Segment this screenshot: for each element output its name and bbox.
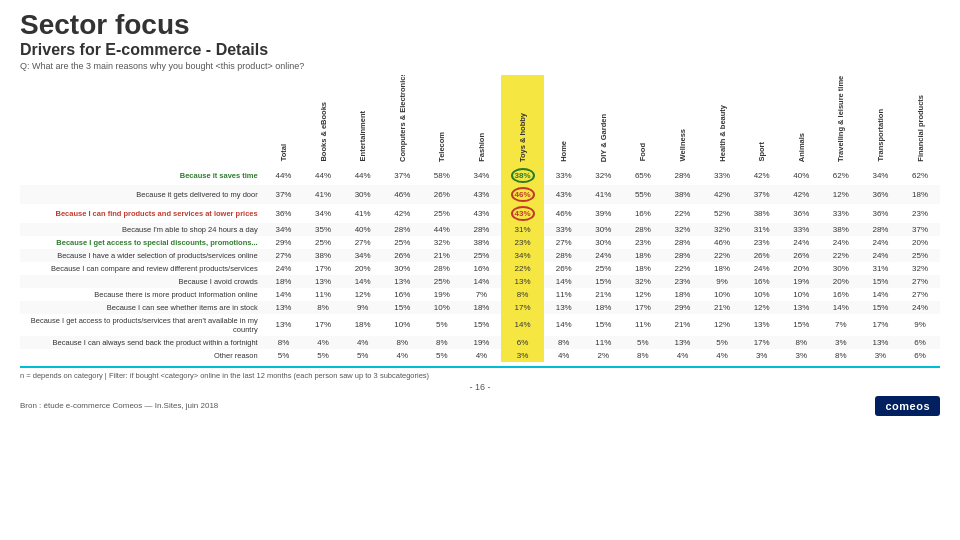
subtitle: Drivers for E-commerce - Details [20, 41, 940, 59]
cell-8-7: 11% [544, 288, 584, 301]
cell-1-14: 12% [821, 185, 861, 204]
cell-11-2: 4% [343, 336, 383, 349]
cell-3-12: 31% [742, 223, 782, 236]
cell-2-7: 46% [544, 204, 584, 223]
cell-9-7: 13% [544, 301, 584, 314]
cell-1-8: 41% [584, 185, 624, 204]
col-label-computers: Computers & Electronics [398, 77, 407, 162]
cell-8-16: 27% [900, 288, 940, 301]
cell-2-14: 33% [821, 204, 861, 223]
cell-7-10: 23% [663, 275, 703, 288]
cell-8-3: 16% [382, 288, 422, 301]
col-header-total: Total [264, 75, 304, 166]
cell-0-11: 33% [702, 166, 742, 185]
cell-2-0: 36% [264, 204, 304, 223]
cell-8-15: 14% [861, 288, 901, 301]
data-table-wrapper: TotalBooks & eBooksEntertainmentComputer… [20, 75, 940, 362]
cell-5-8: 24% [584, 249, 624, 262]
cell-8-6: 8% [501, 288, 544, 301]
table-row: Because I have a wider selection of prod… [20, 249, 940, 262]
footer-note: n = depends on category | Filter: if bou… [20, 366, 940, 380]
row-label-5: Because I have a wider selection of prod… [20, 249, 264, 262]
cell-4-7: 27% [544, 236, 584, 249]
cell-11-3: 8% [382, 336, 422, 349]
cell-7-13: 19% [781, 275, 821, 288]
cell-4-16: 20% [900, 236, 940, 249]
col-label-toys: Toys & hobby [518, 113, 527, 162]
cell-6-9: 18% [623, 262, 663, 275]
cell-8-10: 18% [663, 288, 703, 301]
cell-4-11: 46% [702, 236, 742, 249]
cell-10-13: 15% [781, 314, 821, 336]
cell-10-6: 14% [501, 314, 544, 336]
cell-1-4: 26% [422, 185, 462, 204]
table-row: Because it gets delivered to my door37%4… [20, 185, 940, 204]
cell-0-2: 44% [343, 166, 383, 185]
table-row: Because I can always send back the produ… [20, 336, 940, 349]
cell-11-11: 5% [702, 336, 742, 349]
cell-10-8: 15% [584, 314, 624, 336]
row-label-6: Because I can compare and review differe… [20, 262, 264, 275]
cell-4-4: 32% [422, 236, 462, 249]
cell-9-2: 9% [343, 301, 383, 314]
cell-7-14: 20% [821, 275, 861, 288]
cell-3-7: 33% [544, 223, 584, 236]
cell-7-9: 32% [623, 275, 663, 288]
cell-6-2: 20% [343, 262, 383, 275]
circled-red-cell-1-6: 46% [511, 187, 535, 202]
cell-7-3: 13% [382, 275, 422, 288]
cell-3-11: 32% [702, 223, 742, 236]
col-label-telecom: Telecom [437, 132, 446, 162]
col-label-financial: Financial products [916, 95, 925, 162]
table-row: Because I can see whether items are in s… [20, 301, 940, 314]
row-label-9: Because I can see whether items are in s… [20, 301, 264, 314]
cell-8-4: 19% [422, 288, 462, 301]
cell-3-1: 35% [303, 223, 343, 236]
col-label-diy: DIY & Garden [599, 114, 608, 162]
cell-11-6: 6% [501, 336, 544, 349]
row-label-7: Because I avoid crowds [20, 275, 264, 288]
col-label-entertainment: Entertainment [358, 111, 367, 161]
cell-11-12: 17% [742, 336, 782, 349]
cell-5-12: 26% [742, 249, 782, 262]
col-header-food: Food [623, 75, 663, 166]
cell-0-1: 44% [303, 166, 343, 185]
page-title: Sector focus [20, 10, 940, 41]
cell-4-8: 30% [584, 236, 624, 249]
cell-9-15: 15% [861, 301, 901, 314]
cell-1-6: 46% [501, 185, 544, 204]
row-label-1: Because it gets delivered to my door [20, 185, 264, 204]
cell-5-16: 25% [900, 249, 940, 262]
table-row: Because I get access to products/service… [20, 314, 940, 336]
cell-3-4: 44% [422, 223, 462, 236]
cell-1-12: 37% [742, 185, 782, 204]
cell-4-3: 25% [382, 236, 422, 249]
col-label-home: Home [559, 141, 568, 162]
page-number: - 16 - [20, 382, 940, 392]
cell-1-11: 42% [702, 185, 742, 204]
col-header-sport: Sport [742, 75, 782, 166]
cell-2-16: 23% [900, 204, 940, 223]
col-header-fashion: Fashion [462, 75, 502, 166]
cell-4-13: 24% [781, 236, 821, 249]
col-label-food: Food [638, 143, 647, 161]
cell-5-4: 21% [422, 249, 462, 262]
cell-8-9: 12% [623, 288, 663, 301]
cell-4-5: 38% [462, 236, 502, 249]
cell-8-0: 14% [264, 288, 304, 301]
cell-10-4: 5% [422, 314, 462, 336]
cell-5-2: 34% [343, 249, 383, 262]
cell-0-15: 34% [861, 166, 901, 185]
cell-2-6: 43% [501, 204, 544, 223]
col-label-animals: Animals [797, 133, 806, 162]
cell-11-4: 8% [422, 336, 462, 349]
col-header-animals: Animals [781, 75, 821, 166]
cell-7-15: 15% [861, 275, 901, 288]
cell-1-5: 43% [462, 185, 502, 204]
cell-1-2: 30% [343, 185, 383, 204]
cell-7-7: 14% [544, 275, 584, 288]
cell-1-16: 18% [900, 185, 940, 204]
comeos-logo: comeos [875, 396, 940, 416]
cell-0-4: 58% [422, 166, 462, 185]
cell-5-1: 38% [303, 249, 343, 262]
